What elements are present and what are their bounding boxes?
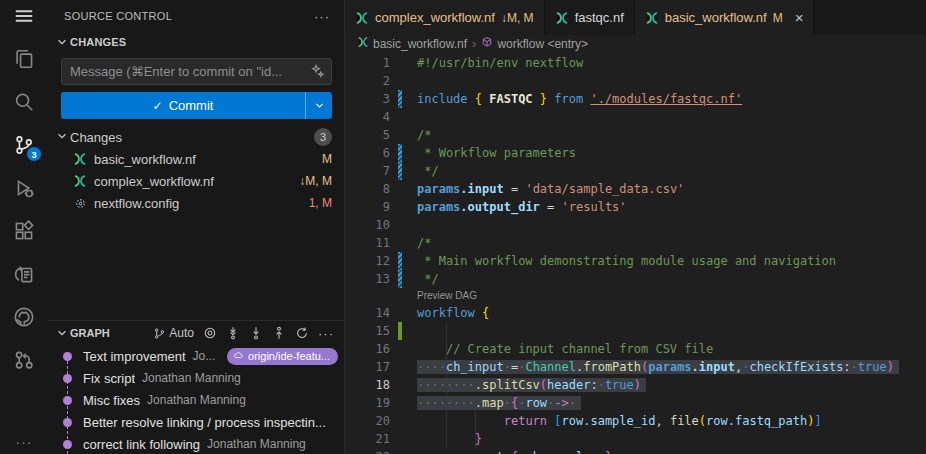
- gutter: [390, 90, 417, 108]
- code-line[interactable]: 4: [345, 108, 926, 126]
- commit-message: Misc fixes: [83, 393, 140, 408]
- source-control-icon[interactable]: 3: [11, 132, 37, 158]
- commit-row[interactable]: Fix scriptJonathan Manning: [48, 367, 344, 389]
- code-line[interactable]: 22 .set { ch_samples }: [345, 448, 926, 454]
- code-line[interactable]: 20 return [row.sample_id, file(row.fastq…: [345, 412, 926, 430]
- code-line[interactable]: 16 // Create input channel from CSV file: [345, 340, 926, 358]
- gutter: [390, 358, 417, 376]
- line-number: 16: [345, 340, 390, 358]
- line-number: 18: [345, 376, 390, 394]
- tab-complex_workflow.nf[interactable]: complex_workflow.nf↓M, M: [345, 0, 545, 35]
- code-line[interactable]: 1#!/usr/bin/env nextflow: [345, 54, 926, 72]
- pull-request-icon[interactable]: [11, 347, 37, 373]
- gutter: [390, 252, 417, 270]
- code-line[interactable]: 8params.input = 'data/sample_data.csv': [345, 180, 926, 198]
- close-icon[interactable]: ×: [795, 12, 804, 24]
- commit-dropdown-button[interactable]: [305, 92, 332, 119]
- breadcrumb-symbol[interactable]: workflow <entry>: [481, 36, 588, 51]
- line-number: 15: [345, 322, 390, 340]
- code-line[interactable]: 9params.output_dir = 'results': [345, 198, 926, 216]
- tab-git-status: ↓M, M: [501, 11, 534, 25]
- code-line[interactable]: 18········.splitCsv(header:·true): [345, 376, 926, 394]
- activity-bar-items: 3: [11, 3, 37, 390]
- commit-row[interactable]: correct link followingJonathan Manning: [48, 433, 344, 454]
- gutter-added-indicator[interactable]: [398, 322, 402, 340]
- scm-file-row[interactable]: basic_workflow.nfM: [48, 148, 344, 170]
- run-debug-icon[interactable]: [11, 175, 37, 201]
- push-icon[interactable]: [272, 326, 286, 340]
- code-line[interactable]: 11/*: [345, 234, 926, 252]
- line-number: 9: [345, 198, 390, 216]
- activity-more-icon[interactable]: ···: [0, 434, 48, 450]
- refactor-preview-icon[interactable]: [11, 261, 37, 287]
- gutter: [390, 304, 417, 322]
- file-name: complex_workflow.nf: [94, 174, 291, 189]
- line-content: return [row.sample_id, file(row.fastq_pa…: [417, 412, 822, 430]
- commit-row[interactable]: Better resolve linking / process inspect…: [48, 411, 344, 433]
- code-line[interactable]: 14workflow {: [345, 304, 926, 322]
- breadcrumb-file[interactable]: basic_workflow.nf: [357, 36, 467, 51]
- commit-message: Better resolve linking / process inspect…: [83, 415, 326, 430]
- nextflow-icon: [72, 173, 88, 189]
- commit-author: Jonathan Manning: [142, 371, 241, 385]
- gutter-modified-indicator[interactable]: [398, 144, 402, 162]
- code-editor[interactable]: 1#!/usr/bin/env nextflow23include { FAST…: [345, 52, 926, 454]
- commit-dot: [63, 396, 72, 405]
- sparkle-icon[interactable]: [310, 63, 325, 81]
- github-icon[interactable]: [11, 304, 37, 330]
- changes-tree-header[interactable]: Changes 3: [48, 126, 344, 148]
- gutter-modified-indicator[interactable]: [398, 90, 402, 108]
- remote-ref-badge[interactable]: origin/ide-featu...: [227, 348, 338, 365]
- explorer-icon[interactable]: [11, 46, 37, 72]
- sidebar-more-icon[interactable]: ···: [314, 9, 330, 24]
- selection-highlight: ········.map·{·row·->·: [417, 396, 581, 410]
- changes-section-header[interactable]: CHANGES: [48, 32, 344, 52]
- gutter: [390, 394, 417, 412]
- refresh-icon[interactable]: [295, 326, 309, 340]
- gutter-modified-indicator[interactable]: [398, 162, 402, 180]
- code-line[interactable]: 12 * Main workflow demonstrating module …: [345, 252, 926, 270]
- commit-message-input[interactable]: [70, 64, 310, 79]
- code-line[interactable]: 6 * Workflow parameters: [345, 144, 926, 162]
- line-number: 7: [345, 162, 390, 180]
- line-number: 20: [345, 412, 390, 430]
- menu-icon[interactable]: [11, 3, 37, 29]
- code-line[interactable]: 7 */: [345, 162, 926, 180]
- breadcrumb: basic_workflow.nf › workflow <entry>: [345, 35, 926, 52]
- pull-icon[interactable]: [249, 326, 263, 340]
- chevron-down-icon: [54, 34, 70, 50]
- commit-button[interactable]: ✓ Commit: [61, 92, 332, 119]
- code-line[interactable]: 21 }: [345, 430, 926, 448]
- scm-file-row[interactable]: complex_workflow.nf↓M, M: [48, 170, 344, 192]
- branch-auto-toggle[interactable]: Auto: [153, 326, 194, 340]
- fetch-icon[interactable]: [226, 326, 240, 340]
- search-icon[interactable]: [11, 89, 37, 115]
- gutter-modified-indicator[interactable]: [398, 252, 402, 270]
- commit-button-main[interactable]: ✓ Commit: [61, 92, 305, 119]
- tab-label: fastqc.nf: [575, 10, 624, 25]
- tab-basic_workflow.nf[interactable]: basic_workflow.nfM×: [635, 0, 815, 35]
- changes-file-list: basic_workflow.nfMcomplex_workflow.nf↓M,…: [48, 148, 344, 214]
- code-line[interactable]: 10: [345, 216, 926, 234]
- code-line[interactable]: 17····ch_input·=·Channel.fromPath(params…: [345, 358, 926, 376]
- chevron-down-icon[interactable]: [54, 327, 70, 339]
- target-icon[interactable]: [203, 326, 217, 340]
- code-line[interactable]: 2: [345, 72, 926, 90]
- file-name: basic_workflow.nf: [94, 152, 314, 167]
- tab-fastqc.nf[interactable]: fastqc.nf: [545, 0, 635, 35]
- more-icon[interactable]: ···: [318, 326, 334, 341]
- code-line[interactable]: 3include { FASTQC } from './modules/fast…: [345, 90, 926, 108]
- code-line[interactable]: 5/*: [345, 126, 926, 144]
- graph-section-header: GRAPH Auto···: [48, 321, 344, 345]
- breadcrumb-separator: ›: [472, 36, 476, 51]
- commit-row[interactable]: Text improvementJo...origin/ide-featu...: [48, 345, 344, 367]
- code-line[interactable]: 19········.map·{·row·->·: [345, 394, 926, 412]
- codelens-preview-dag[interactable]: Preview DAG: [345, 288, 926, 304]
- code-line[interactable]: 13 */: [345, 270, 926, 288]
- gutter-modified-indicator[interactable]: [398, 270, 402, 288]
- code-line[interactable]: 15: [345, 322, 926, 340]
- commit-row[interactable]: Misc fixesJonathan Manning: [48, 389, 344, 411]
- extensions-icon[interactable]: [11, 218, 37, 244]
- scm-file-row[interactable]: nextflow.config1, M: [48, 192, 344, 214]
- nextflow-icon: [555, 11, 569, 25]
